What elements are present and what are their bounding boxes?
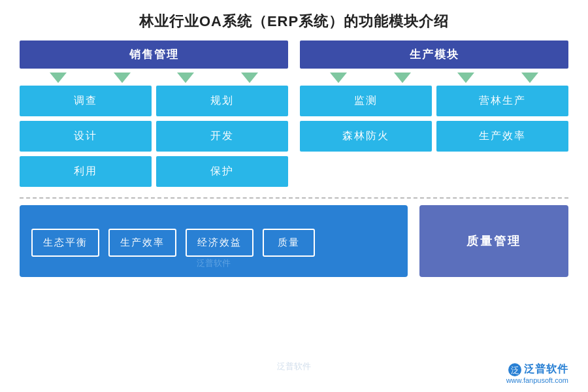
cell-senlinfanghuo: 森林防火 xyxy=(300,121,432,152)
svg-text:泛: 泛 xyxy=(511,365,519,375)
cell-baohu: 保护 xyxy=(156,156,288,187)
top-section: 销售管理 调查 规划 设计 开发 利用 保护 生产模块 监测 营林生产 森林防火 xyxy=(0,41,588,191)
watermark-top: 泛普软件 xyxy=(277,361,311,372)
cell-jiance: 监测 xyxy=(300,86,432,116)
arrow-down-icon xyxy=(330,73,347,83)
sales-cells-grid: 调查 规划 设计 开发 利用 保护 xyxy=(20,86,288,191)
cell-shengchanlv: 生产效率 xyxy=(436,121,568,152)
logo-name: 泛普软件 xyxy=(524,363,568,376)
sales-arrows-row xyxy=(20,69,288,86)
cell-jingjixiaoyi: 经济效益 xyxy=(186,229,253,257)
arrow-down-icon xyxy=(394,73,411,83)
cell-zhiliang: 质量 xyxy=(263,229,315,257)
production-cells-grid: 监测 营林生产 森林防火 生产效率 xyxy=(300,86,568,155)
production-arrows-row xyxy=(300,69,568,86)
bottom-left-panel: 生态平衡 生产效率 经济效益 质量 泛普软件 xyxy=(20,205,408,277)
production-module-group: 生产模块 监测 营林生产 森林防火 生产效率 xyxy=(300,41,568,191)
cell-yinglinshengchan: 营林生产 xyxy=(436,86,568,116)
logo-icon: 泛 xyxy=(508,363,521,376)
page-title: 林业行业OA系统（ERP系统）的功能模块介绍 xyxy=(0,0,588,41)
cell-liyong: 利用 xyxy=(20,156,152,187)
cell-sheji: 设计 xyxy=(20,121,152,152)
logo-row: 泛 泛普软件 xyxy=(508,363,568,376)
quality-management-panel: 质量管理 xyxy=(419,205,568,277)
arrow-down-icon xyxy=(114,73,131,83)
cell-diaoca: 调查 xyxy=(20,86,152,116)
bottom-section: 生态平衡 生产效率 经济效益 质量 泛普软件 质量管理 xyxy=(0,205,588,277)
logo-url: www.fanpusoft.com xyxy=(506,376,568,384)
cell-shengchanlv2: 生产效率 xyxy=(108,229,176,257)
arrow-down-icon xyxy=(50,73,67,83)
production-module-header: 生产模块 xyxy=(300,41,568,69)
arrow-down-icon xyxy=(241,73,258,83)
arrow-down-icon xyxy=(521,73,538,83)
sales-management-group: 销售管理 调查 规划 设计 开发 利用 保护 xyxy=(20,41,288,191)
cell-shengtaipingheng: 生态平衡 xyxy=(31,229,99,257)
cell-kaifa: 开发 xyxy=(156,121,288,152)
quality-management-label: 质量管理 xyxy=(466,233,521,249)
arrow-down-icon xyxy=(457,73,474,83)
sales-management-header: 销售管理 xyxy=(20,41,288,69)
arrow-down-icon xyxy=(177,73,194,83)
cell-guihua: 规划 xyxy=(156,86,288,116)
section-divider xyxy=(20,197,568,199)
watermark-bottom-left: 泛普软件 xyxy=(197,257,231,269)
bottom-cells-row: 生态平衡 生产效率 经济效益 质量 xyxy=(31,229,315,257)
footer-logo: 泛 泛普软件 www.fanpusoft.com xyxy=(506,363,568,384)
